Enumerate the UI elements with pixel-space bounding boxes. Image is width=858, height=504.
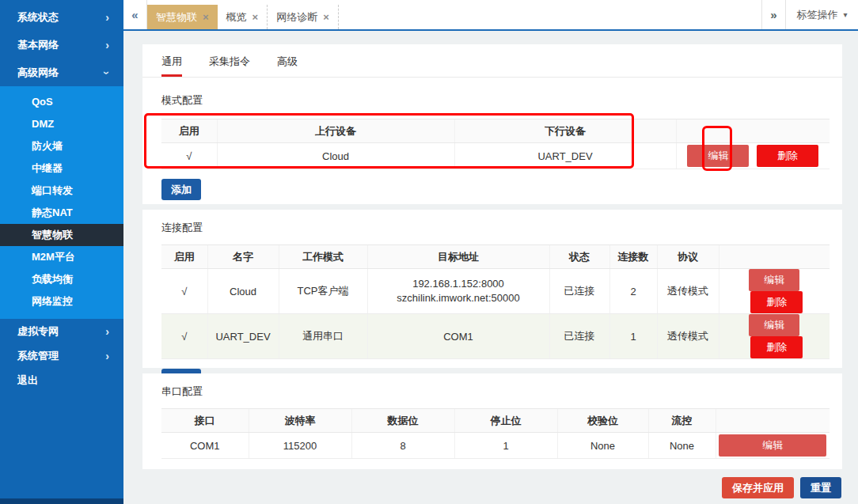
tab-network-diagnosis[interactable]: 网络诊断 ×: [268, 5, 339, 29]
edit-button[interactable]: 编辑: [749, 269, 799, 291]
cell-upstream-device: Cloud: [217, 143, 454, 169]
cell-status: 已连接: [549, 269, 609, 314]
close-icon[interactable]: ×: [252, 11, 259, 23]
tab-smart-iot[interactable]: 智慧物联 ×: [147, 5, 218, 29]
cell-target-address: COM1: [367, 314, 549, 359]
column-header: 协议: [657, 245, 719, 269]
sidebar-item-advanced-network[interactable]: 高级网络 ›: [0, 59, 123, 86]
column-header-actions: [716, 409, 830, 433]
column-header: 目标地址: [367, 245, 549, 269]
sidebar-item-label: 退出: [17, 373, 38, 388]
column-header: 连接数: [609, 245, 657, 269]
column-header: 状态: [549, 245, 609, 269]
serial-table-row: COM1 115200 8 1 None None 编辑: [161, 433, 830, 459]
tab-advanced[interactable]: 高级: [277, 55, 298, 77]
cell-work-mode: TCP客户端: [279, 269, 367, 314]
tab-operations-dropdown[interactable]: 标签操作 ▾: [785, 0, 858, 29]
sidebar-item-static-nat[interactable]: 静态NAT: [0, 202, 123, 224]
sidebar-item-m2m-platform[interactable]: M2M平台: [0, 246, 123, 268]
scroll-tabs-left-button[interactable]: «: [123, 0, 147, 29]
chevron-right-icon: ›: [105, 326, 109, 337]
close-icon[interactable]: ×: [203, 11, 209, 23]
cell-connection-count: 1: [609, 314, 657, 359]
cell-status: 已连接: [549, 314, 609, 359]
cell-actions: 编辑 删除: [719, 269, 830, 314]
cell-parity: None: [557, 433, 648, 459]
sidebar-submenu: QoS DMZ 防火墙 中继器 端口转发 静态NAT 智慧物联 M2M平台 负载…: [0, 86, 123, 319]
column-header: 停止位: [454, 409, 557, 433]
sidebar-item-repeater[interactable]: 中继器: [0, 157, 123, 180]
edit-button[interactable]: 编辑: [687, 145, 749, 167]
scroll-tabs-right-button[interactable]: »: [761, 0, 785, 29]
delete-button[interactable]: 删除: [757, 145, 818, 167]
column-header: 数据位: [351, 409, 454, 433]
chevron-down-icon: ›: [102, 70, 113, 74]
sidebar: 系统状态 › 基本网络 › 高级网络 › QoS DMZ 防火墙 中继器 端口转…: [0, 0, 123, 504]
cell-protocol: 透传模式: [657, 314, 719, 359]
tab-collect-command[interactable]: 采集指令: [209, 55, 250, 77]
delete-button[interactable]: 删除: [750, 291, 803, 313]
column-header: 启用: [161, 245, 207, 269]
tab-bar: « 智慧物联 × 概览 × 网络诊断 × » 标签操作 ▾: [123, 0, 858, 31]
cell-actions: 编辑: [716, 433, 830, 459]
chevron-right-icon: ›: [105, 40, 109, 51]
sidebar-item-label: 基本网络: [17, 38, 59, 52]
sidebar-item-network-monitor[interactable]: 网络监控: [0, 290, 123, 313]
column-header: 名字: [207, 245, 279, 269]
sidebar-item-label: 高级网络: [17, 66, 59, 80]
delete-button[interactable]: 删除: [750, 336, 803, 358]
panel-connection-config: 连接配置 启用 名字 工作模式 目标地址 状态 连接数 协议: [142, 210, 842, 368]
sidebar-item-firewall[interactable]: 防火墙: [0, 135, 123, 157]
sidebar-item-vpn[interactable]: 虚拟专网 ›: [0, 319, 123, 343]
tab-label: 智慧物联: [156, 10, 197, 25]
content-tabs: 通用 采集指令 高级: [142, 44, 842, 78]
tab-strip: 智慧物联 × 概览 × 网络诊断 ×: [147, 0, 339, 29]
tab-overview[interactable]: 概览 ×: [218, 5, 268, 29]
sidebar-item-logout[interactable]: 退出: [0, 368, 123, 392]
column-header: 下行设备: [454, 119, 676, 143]
cell-name: Cloud: [207, 269, 279, 314]
close-icon[interactable]: ×: [323, 11, 329, 23]
save-and-apply-button[interactable]: 保存并应用: [722, 477, 794, 498]
tab-label: 概览: [226, 10, 247, 25]
sidebar-item-smart-iot[interactable]: 智慧物联: [0, 224, 123, 246]
tab-label: 网络诊断: [276, 10, 317, 25]
target-address-line1: 192.168.1.152:8000: [368, 277, 549, 291]
column-header: 校验位: [557, 409, 648, 433]
connection-table: 启用 名字 工作模式 目标地址 状态 连接数 协议 √ Cloud TCP客户: [161, 244, 830, 359]
sidebar-item-load-balancing[interactable]: 负载均衡: [0, 268, 123, 290]
connection-table-row: √ Cloud TCP客户端 192.168.1.152:8000 szchil…: [161, 269, 830, 314]
column-header: 接口: [161, 409, 249, 433]
mode-table-row: √ Cloud UART_DEV 编辑 删除: [161, 143, 830, 169]
reset-button[interactable]: 重置: [800, 477, 841, 498]
edit-button[interactable]: 编辑: [749, 314, 799, 336]
sidebar-item-label: 系统状态: [17, 10, 59, 25]
sidebar-item-dmz[interactable]: DMZ: [0, 113, 123, 135]
add-mode-button[interactable]: 添加: [161, 179, 201, 200]
edit-button[interactable]: 编辑: [719, 434, 826, 457]
section-title-connection: 连接配置: [161, 221, 830, 235]
sidebar-item-basic-network[interactable]: 基本网络 ›: [0, 31, 123, 59]
sidebar-item-system-management[interactable]: 系统管理 ›: [0, 343, 123, 368]
cell-target-address: 192.168.1.152:8000 szchilink.imwork.net:…: [367, 269, 549, 314]
tab-general[interactable]: 通用: [161, 55, 182, 77]
serial-table: 接口 波特率 数据位 停止位 校验位 流控 COM1 115200 8 1: [161, 408, 830, 459]
sidebar-item-label: 系统管理: [17, 349, 59, 363]
cell-enabled-check: √: [161, 269, 207, 314]
mode-config-section: 模式配置 启用 上行设备 下行设备 √ Cloud UART_DEV: [142, 93, 842, 200]
cell-flow-control: None: [648, 433, 716, 459]
sidebar-item-system-status[interactable]: 系统状态 ›: [0, 3, 123, 31]
cell-name: UART_DEV: [207, 314, 279, 359]
double-chevron-right-icon: »: [770, 8, 776, 21]
column-header-actions: [676, 119, 830, 143]
mode-table-header-row: 启用 上行设备 下行设备: [161, 119, 830, 143]
serial-table-header-row: 接口 波特率 数据位 停止位 校验位 流控: [161, 409, 830, 433]
sidebar-item-label: 虚拟专网: [17, 324, 59, 339]
sidebar-item-port-forwarding[interactable]: 端口转发: [0, 180, 123, 202]
serial-config-section: 串口配置 接口 波特率 数据位 停止位 校验位 流控: [142, 385, 842, 459]
sidebar-item-qos[interactable]: QoS: [0, 91, 123, 113]
cell-connection-count: 2: [609, 269, 657, 314]
column-header-actions: [719, 245, 830, 269]
cell-port: COM1: [161, 433, 249, 459]
section-title-mode: 模式配置: [161, 93, 830, 108]
